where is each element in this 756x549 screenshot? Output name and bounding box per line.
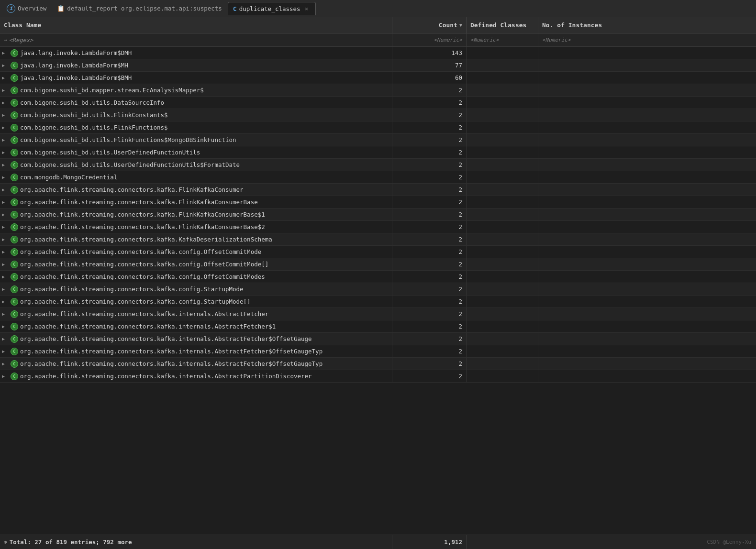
col-header-class-name[interactable]: Class Name bbox=[0, 17, 392, 33]
expand-arrow-icon[interactable]: ▶ bbox=[2, 336, 9, 341]
class-icon: C bbox=[11, 62, 18, 69]
cell-class-name: ▶ C com.bigone.sushi_bd.utils.FlinkConst… bbox=[0, 109, 392, 121]
expand-arrow-icon[interactable]: ▶ bbox=[2, 187, 9, 192]
class-name-text: org.apache.flink.streaming.connectors.ka… bbox=[20, 310, 268, 318]
expand-arrow-icon[interactable]: ▶ bbox=[2, 324, 9, 329]
table-row[interactable]: ▶ C org.apache.flink.streaming.connector… bbox=[0, 308, 756, 320]
table-row[interactable]: ▶ C org.apache.flink.streaming.connector… bbox=[0, 221, 756, 233]
class-name-text: org.apache.flink.streaming.connectors.ka… bbox=[20, 348, 322, 355]
expand-arrow-icon[interactable]: ▶ bbox=[2, 137, 9, 143]
watermark: CSDN @Lenny-Xu bbox=[707, 539, 751, 545]
cell-instances bbox=[538, 370, 756, 382]
table-body[interactable]: ▶ C java.lang.invoke.LambdaForm$DMH 143 … bbox=[0, 47, 756, 535]
table-row[interactable]: ▶ C java.lang.invoke.LambdaForm$MH 77 bbox=[0, 59, 756, 72]
expand-arrow-icon[interactable]: ▶ bbox=[2, 361, 9, 366]
table-row[interactable]: ▶ C com.bigone.sushi_bd.mapper.stream.Ec… bbox=[0, 84, 756, 97]
expand-arrow-icon[interactable]: ▶ bbox=[2, 373, 9, 379]
expand-arrow-icon[interactable]: ▶ bbox=[2, 249, 9, 254]
cell-instances bbox=[538, 171, 756, 183]
table-row[interactable]: ▶ C com.bigone.sushi_bd.utils.UserDefine… bbox=[0, 159, 756, 171]
class-icon: C bbox=[11, 211, 18, 219]
cell-class-name: ▶ C com.bigone.sushi_bd.utils.UserDefine… bbox=[0, 146, 392, 158]
class-icon: C bbox=[11, 248, 18, 256]
expand-arrow-icon[interactable]: ▶ bbox=[2, 349, 9, 354]
table-row[interactable]: ▶ C org.apache.flink.streaming.connector… bbox=[0, 184, 756, 196]
tab-duplicate-classes[interactable]: C duplicate_classes ✕ bbox=[228, 2, 316, 15]
tab-close-button[interactable]: ✕ bbox=[303, 5, 311, 12]
class-name-text: org.apache.flink.streaming.connectors.ka… bbox=[20, 261, 268, 268]
cell-defined bbox=[467, 358, 538, 370]
filter-instances-hint[interactable]: <Numeric> bbox=[542, 37, 571, 43]
table-row[interactable]: ▶ C org.apache.flink.streaming.connector… bbox=[0, 320, 756, 333]
expand-arrow-icon[interactable]: ▶ bbox=[2, 262, 9, 267]
table-row[interactable]: ▶ C org.apache.flink.streaming.connector… bbox=[0, 196, 756, 209]
table-row[interactable]: ▶ C org.apache.flink.streaming.connector… bbox=[0, 358, 756, 370]
cell-class-name: ▶ C org.apache.flink.streaming.connector… bbox=[0, 345, 392, 357]
cell-defined bbox=[467, 121, 538, 133]
cell-class-name: ▶ C java.lang.invoke.LambdaForm$MH bbox=[0, 59, 392, 71]
expand-arrow-icon[interactable]: ▶ bbox=[2, 88, 9, 93]
table-row[interactable]: ▶ C java.lang.invoke.LambdaForm$BMH 60 bbox=[0, 72, 756, 84]
expand-arrow-icon[interactable]: ▶ bbox=[2, 286, 9, 292]
expand-arrow-icon[interactable]: ▶ bbox=[2, 199, 9, 205]
expand-arrow-icon[interactable]: ▶ bbox=[2, 150, 9, 155]
expand-arrow-icon[interactable]: ▶ bbox=[2, 175, 9, 180]
table-row[interactable]: ▶ C org.apache.flink.streaming.connector… bbox=[0, 333, 756, 345]
sort-arrow-icon: ▼ bbox=[459, 22, 462, 28]
expand-arrow-icon[interactable]: ▶ bbox=[2, 224, 9, 230]
cell-instances bbox=[538, 358, 756, 370]
table-row[interactable]: ▶ C org.apache.flink.streaming.connector… bbox=[0, 296, 756, 308]
class-name-text: org.apache.flink.streaming.connectors.ka… bbox=[20, 323, 276, 330]
col-header-count[interactable]: Count ▼ bbox=[392, 17, 467, 33]
expand-arrow-icon[interactable]: ▶ bbox=[2, 63, 9, 68]
table-row[interactable]: ▶ C com.bigone.sushi_bd.utils.FlinkFunct… bbox=[0, 134, 756, 146]
table-row[interactable]: ▶ C org.apache.flink.streaming.connector… bbox=[0, 283, 756, 296]
expand-arrow-icon[interactable]: ▶ bbox=[2, 274, 9, 279]
expand-arrow-icon[interactable]: ▶ bbox=[2, 112, 9, 118]
footer-total-text: Total: 27 of 819 entries; 792 more bbox=[10, 538, 132, 546]
class-name-text: com.bigone.sushi_bd.utils.FlinkConstants… bbox=[20, 111, 168, 119]
table-row[interactable]: ▶ C java.lang.invoke.LambdaForm$DMH 143 bbox=[0, 47, 756, 59]
table-row[interactable]: ▶ C com.bigone.sushi_bd.utils.FlinkFunct… bbox=[0, 121, 756, 134]
col-header-defined[interactable]: Defined Classes bbox=[467, 17, 538, 33]
expand-arrow-icon[interactable]: ▶ bbox=[2, 162, 9, 167]
footer-count-value: 1,912 bbox=[444, 538, 462, 546]
expand-arrow-icon[interactable]: ▶ bbox=[2, 125, 9, 130]
cell-defined bbox=[467, 97, 538, 109]
table-row[interactable]: ▶ C org.apache.flink.streaming.connector… bbox=[0, 246, 756, 258]
expand-arrow-icon[interactable]: ▶ bbox=[2, 50, 9, 55]
filter-regex-hint[interactable]: <Regex> bbox=[9, 37, 33, 44]
filter-defined-hint[interactable]: <Numeric> bbox=[470, 37, 499, 43]
table-row[interactable]: ▶ C com.mongodb.MongoCredential 2 bbox=[0, 171, 756, 184]
tab-default-report[interactable]: 📋 default_report org.eclipse.mat.api:sus… bbox=[52, 2, 227, 15]
class-name-text: com.bigone.sushi_bd.utils.UserDefinedFun… bbox=[20, 161, 240, 168]
cell-defined bbox=[467, 258, 538, 270]
table-row[interactable]: ▶ C org.apache.flink.streaming.connector… bbox=[0, 271, 756, 283]
table-row[interactable]: ▶ C org.apache.flink.streaming.connector… bbox=[0, 209, 756, 221]
cell-instances bbox=[538, 84, 756, 96]
expand-arrow-icon[interactable]: ▶ bbox=[2, 75, 9, 80]
filter-count-hint[interactable]: <Numeric> bbox=[434, 37, 462, 43]
expand-arrow-icon[interactable]: ▶ bbox=[2, 212, 9, 217]
table-row[interactable]: ▶ C com.bigone.sushi_bd.utils.UserDefine… bbox=[0, 146, 756, 159]
tab-overview[interactable]: i Overview bbox=[2, 2, 51, 15]
cell-class-name: ▶ C org.apache.flink.streaming.connector… bbox=[0, 246, 392, 258]
table-row[interactable]: ▶ C org.apache.flink.streaming.connector… bbox=[0, 258, 756, 271]
expand-arrow-icon[interactable]: ▶ bbox=[2, 237, 9, 242]
cell-defined bbox=[467, 72, 538, 84]
class-icon: C bbox=[11, 74, 18, 82]
col-header-instances[interactable]: No. of Instances bbox=[538, 17, 756, 33]
table-row[interactable]: ▶ C org.apache.flink.streaming.connector… bbox=[0, 233, 756, 246]
class-icon: C bbox=[11, 49, 18, 57]
class-icon: C bbox=[11, 236, 18, 243]
filter-defined-cell: <Numeric> bbox=[467, 33, 538, 46]
expand-arrow-icon[interactable]: ▶ bbox=[2, 100, 9, 105]
filter-icon: ⇒ bbox=[4, 37, 7, 43]
table-row[interactable]: ▶ C org.apache.flink.streaming.connector… bbox=[0, 345, 756, 358]
table-row[interactable]: ▶ C com.bigone.sushi_bd.utils.DataSource… bbox=[0, 97, 756, 109]
expand-arrow-icon[interactable]: ▶ bbox=[2, 299, 9, 304]
tab-overview-label: Overview bbox=[18, 5, 46, 12]
table-row[interactable]: ▶ C org.apache.flink.streaming.connector… bbox=[0, 370, 756, 383]
expand-arrow-icon[interactable]: ▶ bbox=[2, 311, 9, 317]
table-row[interactable]: ▶ C com.bigone.sushi_bd.utils.FlinkConst… bbox=[0, 109, 756, 121]
